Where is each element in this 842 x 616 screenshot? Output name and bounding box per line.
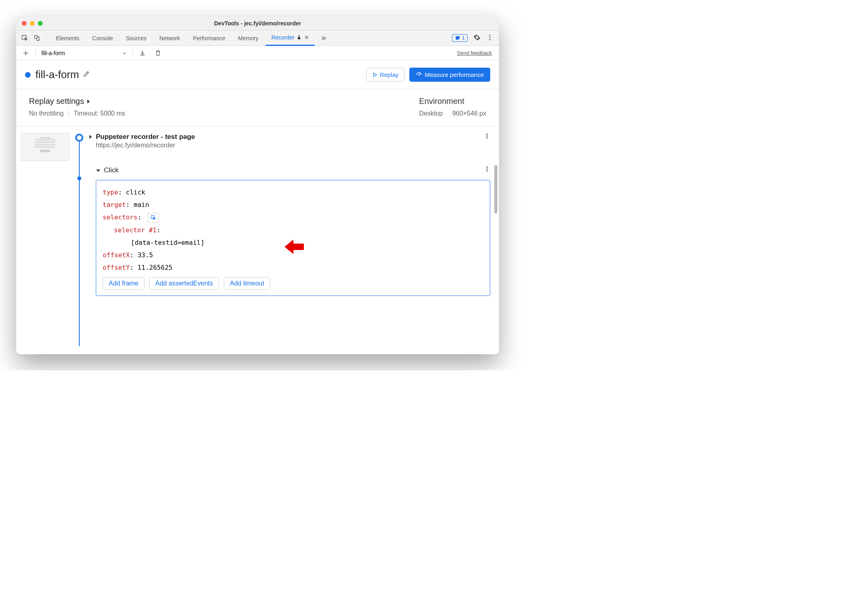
new-recording-button[interactable] bbox=[20, 48, 31, 59]
svg-point-6 bbox=[419, 74, 419, 75]
timeline-node bbox=[77, 176, 81, 180]
replay-settings-toggle[interactable]: Replay settings bbox=[29, 97, 125, 106]
throttling-value: No throttling bbox=[29, 110, 64, 117]
devtools-tabbar: Elements Console Sources Network Perform… bbox=[16, 31, 499, 46]
timeline: Puppeteer recorder - test page https://j… bbox=[74, 133, 490, 346]
svg-point-10 bbox=[487, 167, 488, 168]
timeline-line bbox=[79, 137, 80, 346]
edit-icon[interactable] bbox=[83, 70, 90, 79]
device-value: Desktop bbox=[419, 110, 443, 117]
replay-button[interactable]: Replay bbox=[366, 68, 405, 82]
tab-recorder[interactable]: Recorder ✕ bbox=[266, 31, 315, 46]
scrollbar[interactable] bbox=[494, 165, 498, 246]
steps-area: Puis de Nul bbox=[16, 126, 499, 354]
export-button[interactable] bbox=[137, 48, 148, 59]
step-menu-icon[interactable] bbox=[484, 133, 490, 141]
step-title: Puppeteer recorder - test page bbox=[96, 133, 195, 141]
dimensions-value: 960×546 px bbox=[452, 110, 486, 117]
settings-icon[interactable] bbox=[473, 34, 481, 42]
play-icon bbox=[372, 72, 378, 77]
add-asserted-events-button[interactable]: Add assertedEvents bbox=[149, 277, 219, 290]
send-feedback-link[interactable]: Send feedback bbox=[457, 50, 495, 56]
close-tab-icon[interactable]: ✕ bbox=[304, 34, 309, 41]
device-toolbar-icon[interactable] bbox=[31, 35, 42, 41]
traffic-lights bbox=[22, 21, 43, 26]
svg-point-9 bbox=[487, 137, 488, 138]
caret-right-icon bbox=[87, 99, 91, 104]
divider bbox=[132, 49, 133, 58]
timeline-node-start bbox=[75, 134, 83, 142]
recording-header: fill-a-form Replay Measure performance bbox=[16, 60, 499, 89]
measure-performance-button[interactable]: Measure performance bbox=[409, 68, 490, 82]
svg-point-5 bbox=[489, 39, 490, 40]
scrollbar-thumb[interactable] bbox=[494, 165, 497, 213]
svg-point-8 bbox=[487, 136, 488, 137]
svg-rect-2 bbox=[37, 37, 39, 41]
chevron-down-icon bbox=[122, 51, 127, 56]
add-timeout-button[interactable]: Add timeout bbox=[224, 277, 270, 290]
experiment-icon bbox=[296, 34, 302, 41]
svg-point-3 bbox=[489, 35, 490, 36]
step-url: https://jec.fyi/demo/recorder bbox=[96, 142, 195, 149]
svg-point-7 bbox=[487, 134, 488, 135]
tab-sources[interactable]: Sources bbox=[120, 31, 152, 46]
divider bbox=[46, 34, 46, 43]
issues-badge[interactable]: 1 bbox=[452, 34, 468, 42]
divider bbox=[68, 110, 69, 117]
tab-performance[interactable]: Performance bbox=[187, 31, 231, 46]
tab-network[interactable]: Network bbox=[154, 31, 186, 46]
annotation-arrow-icon bbox=[285, 239, 305, 259]
selector-picker-button[interactable] bbox=[148, 213, 159, 223]
caret-down-icon[interactable] bbox=[96, 167, 101, 174]
close-icon[interactable] bbox=[22, 21, 27, 26]
step-details: type: click target: main selectors: sele… bbox=[96, 180, 490, 296]
timeout-value: Timeout: 5000 ms bbox=[74, 110, 125, 117]
recording-title: fill-a-form bbox=[35, 68, 79, 81]
gauge-icon bbox=[416, 72, 422, 78]
tab-elements[interactable]: Elements bbox=[50, 31, 85, 46]
step-click-label: Click bbox=[104, 166, 119, 174]
window-title: DevTools - jec.fyi/demo/recorder bbox=[214, 20, 301, 27]
environment-label: Environment bbox=[419, 97, 486, 106]
maximize-icon[interactable] bbox=[38, 21, 43, 26]
titlebar: DevTools - jec.fyi/demo/recorder bbox=[16, 16, 499, 31]
tab-memory[interactable]: Memory bbox=[233, 31, 264, 46]
caret-right-icon[interactable] bbox=[89, 134, 93, 141]
settings-row: Replay settings No throttling Timeout: 5… bbox=[16, 89, 499, 126]
divider bbox=[35, 49, 36, 58]
kebab-menu-icon[interactable] bbox=[486, 34, 493, 42]
minimize-icon[interactable] bbox=[30, 21, 35, 26]
selector-value[interactable]: [data-testid=email] bbox=[131, 239, 204, 246]
inspect-icon[interactable] bbox=[19, 35, 30, 41]
step-menu-icon[interactable] bbox=[484, 166, 490, 174]
svg-point-4 bbox=[489, 37, 490, 38]
tab-console[interactable]: Console bbox=[87, 31, 118, 46]
step-thumbnail[interactable]: Puis de Nul bbox=[21, 133, 69, 161]
recorder-toolbar: fill-a-form Send feedback bbox=[16, 46, 499, 60]
add-frame-button[interactable]: Add frame bbox=[103, 277, 144, 290]
recording-selector[interactable]: fill-a-form bbox=[40, 50, 128, 56]
devtools-window: DevTools - jec.fyi/demo/recorder Element… bbox=[16, 16, 499, 354]
svg-point-12 bbox=[487, 170, 488, 172]
delete-button[interactable] bbox=[152, 48, 163, 59]
more-tabs-icon[interactable] bbox=[318, 35, 328, 41]
recording-status-dot bbox=[25, 72, 31, 78]
svg-point-11 bbox=[487, 169, 488, 170]
